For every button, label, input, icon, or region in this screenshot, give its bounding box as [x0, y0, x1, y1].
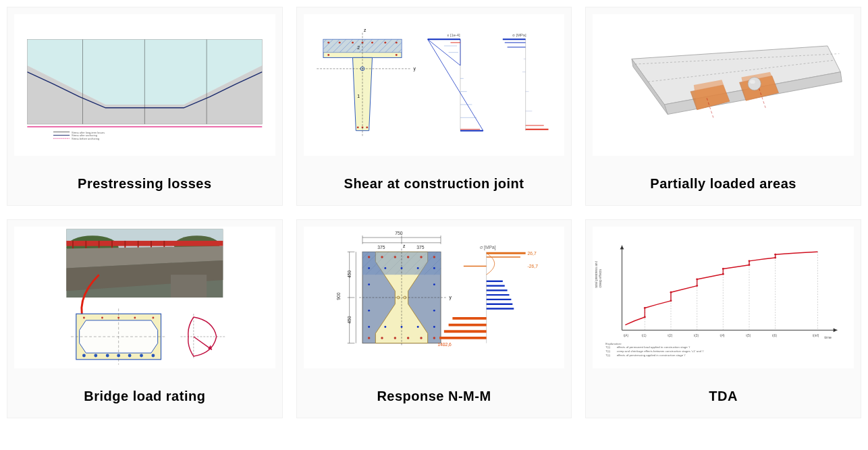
svg-text:time: time	[824, 335, 832, 339]
svg-point-145	[407, 256, 409, 258]
svg-text:Stress after long-term losses: Stress after long-term losses	[72, 132, 105, 134]
svg-point-162	[433, 310, 435, 312]
partially-loaded-3d-diagram	[593, 14, 854, 156]
card-bridge-load-rating[interactable]: Bridge load rating	[7, 219, 283, 418]
svg-text:t(5): t(5)	[746, 334, 751, 337]
svg-text:creep effects: creep effects	[599, 269, 602, 287]
feature-grid: Stress after long-term losses Stress aft…	[7, 7, 861, 418]
card-partially-loaded-areas[interactable]: Partially loaded areas	[585, 7, 861, 206]
svg-point-155	[384, 267, 386, 269]
svg-text:t(A): t(A)	[624, 334, 629, 337]
svg-point-167	[433, 326, 435, 328]
svg-point-33	[384, 42, 386, 44]
svg-point-30	[352, 42, 354, 44]
svg-point-95	[82, 354, 86, 358]
svg-point-151	[407, 337, 409, 339]
svg-text:creep and shrinkage effects be: creep and shrinkage effects between cons…	[617, 349, 704, 353]
svg-point-161	[368, 310, 370, 312]
svg-point-101	[151, 354, 155, 358]
svg-point-163	[368, 326, 370, 328]
svg-point-32	[371, 42, 373, 44]
shear-joint-diagram: z y 2 1 ε [1e-4]	[304, 14, 565, 156]
svg-text:t(6): t(6)	[772, 334, 778, 337]
svg-text:t(2): t(2)	[668, 334, 673, 337]
svg-point-36	[395, 54, 397, 56]
card-title: Partially loaded areas	[650, 176, 796, 192]
card-tda[interactable]: total prestress and creep effects time	[585, 219, 861, 418]
svg-text:750: 750	[395, 231, 403, 235]
svg-point-152	[420, 337, 422, 339]
svg-text:σ [MPa]: σ [MPa]	[480, 245, 496, 250]
svg-text:y: y	[449, 295, 452, 300]
svg-text:375: 375	[377, 245, 385, 250]
svg-text:2: 2	[357, 45, 360, 50]
svg-point-149	[381, 337, 383, 339]
svg-text:T(i): T(i)	[606, 349, 611, 353]
svg-text:t(1): t(1)	[642, 334, 647, 337]
card-title: Prestressing losses	[78, 176, 212, 192]
svg-text:y: y	[413, 66, 416, 72]
svg-point-156	[400, 267, 402, 269]
svg-point-143	[381, 256, 383, 258]
svg-point-166	[416, 326, 418, 328]
svg-point-160	[433, 283, 435, 285]
card-shear-construction-joint[interactable]: z y 2 1 ε [1e-4]	[296, 7, 572, 206]
svg-text:T(i): T(i)	[606, 354, 611, 357]
svg-point-146	[420, 256, 422, 258]
svg-point-97	[106, 354, 109, 358]
svg-text:1: 1	[357, 94, 360, 99]
svg-text:Stress before anchoring: Stress before anchoring	[72, 138, 99, 140]
svg-text:1402,6: 1402,6	[437, 343, 452, 347]
svg-text:900: 900	[336, 292, 341, 300]
svg-point-150	[394, 337, 396, 339]
prestressing-losses-diagram: Stress after long-term losses Stress aft…	[14, 14, 275, 156]
svg-text:26,7: 26,7	[527, 251, 536, 256]
svg-point-158	[433, 267, 435, 269]
card-title: Shear at construction joint	[344, 176, 524, 192]
svg-text:z: z	[364, 28, 367, 32]
svg-point-105	[134, 317, 136, 319]
svg-point-39	[366, 126, 368, 128]
svg-point-164	[384, 326, 386, 328]
svg-point-104	[117, 317, 119, 319]
svg-point-154	[368, 267, 370, 269]
svg-point-28	[327, 42, 329, 44]
svg-text:375: 375	[416, 245, 425, 250]
card-response-nmm[interactable]: 750 375375 900 450 450	[296, 219, 572, 418]
svg-point-106	[152, 317, 154, 319]
svg-point-98	[117, 354, 120, 358]
svg-text:t(4): t(4)	[720, 334, 726, 337]
svg-point-34	[395, 42, 397, 44]
svg-text:Explanation:: Explanation:	[606, 342, 622, 345]
svg-rect-91	[171, 275, 207, 298]
svg-point-100	[140, 354, 143, 358]
response-nmm-diagram: 750 375375 900 450 450	[304, 227, 565, 368]
svg-text:effects of permanent load appl: effects of permanent load applied in con…	[617, 345, 690, 349]
svg-point-157	[416, 267, 418, 269]
svg-text:450: 450	[346, 316, 351, 324]
svg-text:-26,7: -26,7	[527, 264, 538, 269]
svg-text:T(i): T(i)	[606, 345, 611, 349]
svg-point-75	[750, 80, 755, 84]
bridge-load-rating-diagram	[14, 227, 275, 368]
svg-text:t(3): t(3)	[694, 334, 699, 337]
svg-text:z: z	[403, 244, 406, 248]
svg-text:450: 450	[346, 270, 351, 278]
svg-point-29	[338, 42, 340, 44]
svg-text:effects of prestressing applie: effects of prestressing applied in const…	[617, 354, 686, 357]
card-title: TDA	[709, 389, 738, 404]
svg-point-142	[368, 256, 370, 258]
tda-chart: total prestress and creep effects time	[593, 227, 854, 368]
svg-text:t(inf): t(inf)	[813, 334, 819, 337]
card-prestressing-losses[interactable]: Stress after long-term losses Stress aft…	[7, 7, 283, 206]
svg-point-102	[83, 317, 85, 319]
card-title: Bridge load rating	[84, 389, 205, 404]
svg-point-37	[356, 126, 358, 128]
svg-point-99	[128, 354, 132, 358]
card-title: Response N-M-M	[377, 389, 491, 404]
svg-point-147	[433, 256, 435, 258]
svg-rect-82	[66, 241, 223, 246]
svg-point-96	[94, 354, 97, 358]
svg-point-35	[327, 54, 329, 56]
svg-point-148	[368, 337, 370, 339]
